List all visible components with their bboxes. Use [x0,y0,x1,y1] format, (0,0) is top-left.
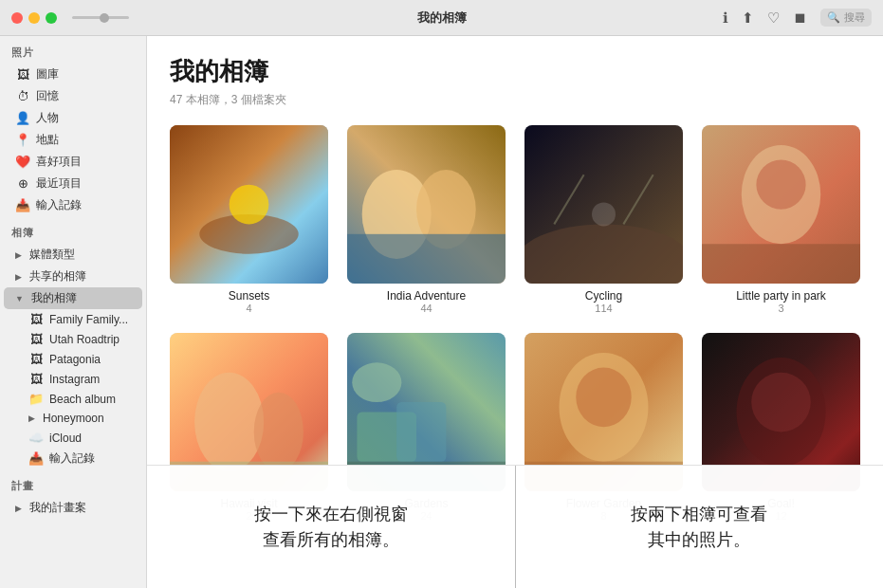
sidebar-item-my-albums[interactable]: ▼ 我的相簿 [4,287,142,309]
svg-point-2 [230,185,269,225]
favorites-icon: ❤️ [15,155,30,169]
search-label: 搜尋 [844,10,865,25]
annotation-overlay: 按一下來在右側視窗查看所有的相簿。 按兩下相簿可查看其中的照片。 [147,465,883,588]
sidebar-item-shared[interactable]: ▶ 共享的相簿 [4,266,142,287]
page-subtitle: 47 本相簿，3 個檔案夾 [170,92,860,108]
svg-rect-22 [396,402,446,462]
sidebar-label-icloud: iCloud [49,432,82,445]
page-title: 我的相簿 [170,55,860,88]
beach-album-icon: 📁 [28,392,44,406]
svg-rect-6 [347,234,506,284]
sidebar-label-utah: Utah Roadtrip [49,333,120,346]
sidebar-item-beach[interactable]: 📁 Beach album [4,389,142,409]
zoom-slider[interactable] [72,13,109,23]
sidebar-label-people: 人物 [36,110,59,126]
album-count-india: 44 [420,303,432,314]
chevron-right-icon-4: ▶ [15,504,22,513]
album-party[interactable]: Little party in park 3 [702,125,860,314]
chevron-down-icon: ▼ [15,294,24,303]
sidebar-item-library[interactable]: 🖼 圖庫 [4,64,142,85]
album-grid: Sunsets 4 [170,125,860,522]
sidebar-label-beach: Beach album [49,393,116,406]
sidebar-label-recent: 最近項目 [36,175,82,192]
svg-point-11 [592,202,616,226]
library-icon: 🖼 [15,67,30,82]
album-sunsets[interactable]: Sunsets 4 [170,125,328,314]
annotation-right-text: 按兩下相簿可查看其中的照片。 [631,502,767,553]
utah-album-icon: 🖼 [28,332,44,346]
album-thumb-india [347,125,506,284]
minimize-button[interactable] [28,12,40,24]
annotation-left-text: 按一下來在右側視窗查看所有的相簿。 [254,502,408,553]
share-icon[interactable]: ⬆ [742,9,754,27]
sidebar-label-family: Family Family... [49,313,128,326]
sidebar-label-honeymoon: Honeymoon [43,412,104,425]
sidebar-item-utah[interactable]: 🖼 Utah Roadtrip [4,329,142,349]
titlebar-left [11,12,109,24]
sidebar-label-my-plans: 我的計畫案 [29,500,86,516]
heart-icon[interactable]: ♡ [767,9,780,27]
import-icon: 📥 [15,198,30,212]
window-title: 我的相簿 [417,9,467,27]
rotate-icon[interactable]: ⏹ [793,9,807,26]
svg-point-17 [194,373,264,471]
sidebar-item-places[interactable]: 📍 地點 [4,129,142,151]
search-icon: 🔍 [827,11,840,24]
album-thumb-cycling [524,125,683,284]
sidebar-label-memories: 回憶 [36,88,59,104]
chevron-right-icon: ▶ [15,250,22,260]
annotation-left: 按一下來在右側視窗查看所有的相簿。 [147,466,516,588]
sidebar-item-memories[interactable]: ⏱ 回憶 [4,85,142,107]
album-thumb-sunsets [170,125,328,284]
maximize-button[interactable] [46,12,57,24]
sidebar-item-import2[interactable]: 📥 輸入記錄 [4,448,142,469]
album-name-sunsets: Sunsets [229,289,269,303]
svg-point-27 [576,368,631,428]
sidebar-item-icloud[interactable]: ☁️ iCloud [4,428,142,448]
titlebar-actions: ℹ ⬆ ♡ ⏹ 🔍 搜尋 [723,9,872,27]
sidebar-item-favorites[interactable]: ❤️ 喜好項目 [4,151,142,173]
sidebar-item-honeymoon[interactable]: ▶ Honeymoon [4,409,142,428]
album-name-india: India Adventure [387,289,466,303]
sidebar-section-albums: 相簿 [0,216,146,244]
sidebar-item-people[interactable]: 👤 人物 [4,107,142,129]
content-area: 我的相簿 47 本相簿，3 個檔案夾 [147,36,883,588]
album-thumb-party [702,125,860,284]
album-count-party: 3 [778,303,783,314]
sidebar-label-instagram: Instagram [49,373,100,386]
sidebar-label-media-types: 媒體類型 [29,247,75,263]
sidebar-item-patagonia[interactable]: 🖼 Patagonia [4,349,142,369]
chevron-right-icon-2: ▶ [15,272,22,282]
sidebar-item-instagram[interactable]: 🖼 Instagram [4,369,142,389]
instagram-album-icon: 🖼 [28,372,44,386]
sidebar-item-recent[interactable]: ⊕ 最近項目 [4,173,142,194]
patagonia-album-icon: 🖼 [28,352,44,366]
import2-icon: 📥 [28,451,44,466]
search-box[interactable]: 🔍 搜尋 [820,9,872,27]
album-cycling[interactable]: Cycling 114 [524,125,683,314]
sidebar-item-family[interactable]: 🖼 Family Family... [4,309,142,329]
sidebar-label-library: 圖庫 [36,66,59,83]
sidebar-label-patagonia: Patagonia [49,353,101,366]
album-count-cycling: 114 [595,303,612,314]
sidebar-item-media-types[interactable]: ▶ 媒體類型 [4,244,142,266]
sidebar-label-places: 地點 [36,132,59,148]
svg-point-14 [756,160,805,210]
places-icon: 📍 [15,133,30,147]
chevron-right-icon-3: ▶ [28,413,35,423]
album-india[interactable]: India Adventure 44 [347,125,506,314]
main-layout: 照片 🖼 圖庫 ⏱ 回憶 👤 人物 📍 地點 ❤️ 喜好項目 ⊕ 最近項目 📥 … [0,36,883,588]
sidebar-label-import2: 輸入記錄 [49,450,95,467]
close-button[interactable] [11,12,23,24]
sidebar-label-my-albums: 我的相簿 [31,290,77,306]
sidebar-item-import[interactable]: 📥 輸入記錄 [4,194,142,216]
sidebar-item-my-plans[interactable]: ▶ 我的計畫案 [4,497,142,519]
sidebar-label-import: 輸入記錄 [36,197,82,213]
album-count-sunsets: 4 [246,303,251,314]
slider-thumb[interactable] [100,13,109,23]
info-icon[interactable]: ℹ [723,9,728,27]
sidebar: 照片 🖼 圖庫 ⏱ 回憶 👤 人物 📍 地點 ❤️ 喜好項目 ⊕ 最近項目 📥 … [0,36,147,588]
titlebar: 我的相簿 ℹ ⬆ ♡ ⏹ 🔍 搜尋 [0,0,883,36]
memories-icon: ⏱ [15,89,30,103]
svg-point-18 [254,393,304,472]
